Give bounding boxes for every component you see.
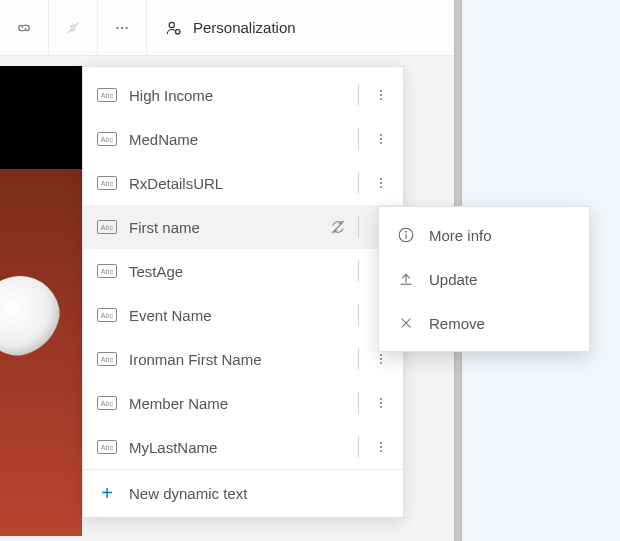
upload-icon — [397, 270, 415, 288]
list-item[interactable]: AbcTestAge — [83, 249, 403, 293]
list-item-label: Member Name — [129, 395, 346, 412]
svg-point-9 — [380, 98, 382, 100]
list-item-label: TestAge — [129, 263, 346, 280]
svg-point-16 — [380, 182, 382, 184]
svg-point-33 — [380, 362, 382, 364]
personalization-button[interactable]: Personalization — [147, 0, 314, 55]
row-overflow-button[interactable] — [371, 352, 391, 366]
divider — [358, 348, 359, 370]
svg-point-40 — [380, 446, 382, 448]
row-overflow-button[interactable] — [371, 176, 391, 190]
menu-more-info-label: More info — [429, 227, 492, 244]
divider — [358, 84, 359, 106]
list-item-label: High Income — [129, 87, 346, 104]
list-item-label: First name — [129, 219, 318, 236]
svg-point-41 — [380, 450, 382, 452]
svg-point-13 — [380, 142, 382, 144]
menu-remove-label: Remove — [429, 315, 485, 332]
svg-point-11 — [380, 134, 382, 136]
text-type-icon: Abc — [97, 176, 117, 190]
list-item[interactable]: AbcHigh Income — [83, 73, 403, 117]
row-context-menu: More info Update Remove — [378, 206, 590, 352]
sync-disabled-icon — [330, 219, 346, 235]
list-item[interactable]: AbcIronman First Name — [83, 337, 403, 381]
svg-point-44 — [406, 231, 407, 232]
svg-point-39 — [380, 442, 382, 444]
menu-more-info[interactable]: More info — [379, 213, 589, 257]
vertical-ellipsis-icon — [374, 440, 388, 454]
text-type-icon: Abc — [97, 396, 117, 410]
list-item[interactable]: AbcRxDetailsURL — [83, 161, 403, 205]
text-type-icon: Abc — [97, 440, 117, 454]
vertical-ellipsis-icon — [374, 88, 388, 102]
svg-point-37 — [380, 406, 382, 408]
new-dynamic-text-label: New dynamic text — [129, 485, 247, 502]
personalization-icon — [165, 19, 183, 37]
list-item-label: MedName — [129, 131, 346, 148]
divider — [358, 392, 359, 414]
svg-point-32 — [380, 358, 382, 360]
overflow-button[interactable] — [98, 0, 147, 55]
divider — [358, 260, 359, 282]
new-dynamic-text-button[interactable]: + New dynamic text — [83, 469, 403, 517]
svg-point-12 — [380, 138, 382, 140]
info-icon — [397, 226, 415, 244]
list-item[interactable]: AbcFirst name — [83, 205, 403, 249]
list-item-label: Ironman First Name — [129, 351, 346, 368]
text-type-icon: Abc — [97, 308, 117, 322]
svg-line-0 — [68, 22, 79, 33]
dynamic-text-list[interactable]: AbcHigh IncomeAbcMedNameAbcRxDetailsURLA… — [83, 67, 403, 469]
divider — [358, 216, 359, 238]
svg-point-3 — [126, 26, 128, 28]
divider — [358, 304, 359, 326]
list-item-label: RxDetailsURL — [129, 175, 346, 192]
vertical-ellipsis-icon — [374, 176, 388, 190]
canvas-background — [0, 66, 82, 536]
svg-point-36 — [380, 402, 382, 404]
text-type-icon: Abc — [97, 88, 117, 102]
divider — [358, 128, 359, 150]
svg-point-35 — [380, 398, 382, 400]
menu-update[interactable]: Update — [379, 257, 589, 301]
personalization-panel: AbcHigh IncomeAbcMedNameAbcRxDetailsURLA… — [82, 66, 404, 518]
vertical-ellipsis-icon — [374, 352, 388, 366]
plus-icon: + — [97, 482, 117, 505]
menu-remove[interactable]: Remove — [379, 301, 589, 345]
unlink-icon — [65, 20, 81, 36]
svg-point-15 — [380, 178, 382, 180]
divider — [358, 172, 359, 194]
personalization-label: Personalization — [193, 19, 296, 36]
text-type-icon: Abc — [97, 132, 117, 146]
list-item[interactable]: AbcEvent Name — [83, 293, 403, 337]
vertical-ellipsis-icon — [374, 132, 388, 146]
svg-point-4 — [169, 22, 174, 27]
svg-point-7 — [380, 90, 382, 92]
link-icon-button[interactable] — [0, 0, 49, 55]
svg-point-1 — [116, 26, 118, 28]
list-item[interactable]: AbcMedName — [83, 117, 403, 161]
row-overflow-button[interactable] — [371, 396, 391, 410]
list-item-label: Event Name — [129, 307, 346, 324]
menu-update-label: Update — [429, 271, 477, 288]
ellipsis-icon — [114, 20, 130, 36]
list-item-label: MyLastName — [129, 439, 346, 456]
divider — [358, 436, 359, 458]
row-overflow-button[interactable] — [371, 88, 391, 102]
svg-point-2 — [121, 26, 123, 28]
vertical-ellipsis-icon — [374, 396, 388, 410]
svg-point-17 — [380, 186, 382, 188]
close-icon — [397, 314, 415, 332]
svg-point-31 — [380, 354, 382, 356]
unlink-icon-button — [49, 0, 98, 55]
text-type-icon: Abc — [97, 352, 117, 366]
list-item[interactable]: AbcMyLastName — [83, 425, 403, 469]
svg-point-8 — [380, 94, 382, 96]
text-type-icon: Abc — [97, 220, 117, 234]
top-toolbar: Personalization — [0, 0, 460, 56]
link-icon — [16, 20, 32, 36]
list-item[interactable]: AbcMember Name — [83, 381, 403, 425]
text-type-icon: Abc — [97, 264, 117, 278]
row-overflow-button[interactable] — [371, 132, 391, 146]
row-overflow-button[interactable] — [371, 440, 391, 454]
